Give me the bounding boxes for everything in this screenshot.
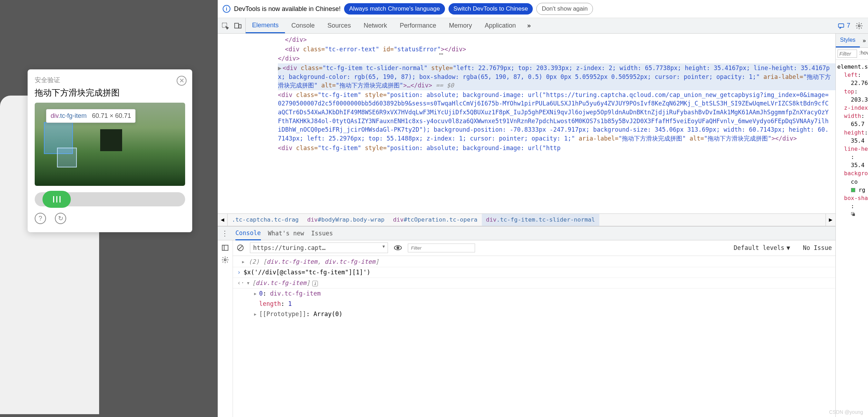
drawer-tab-console[interactable]: Console bbox=[235, 229, 261, 240]
slider-handle[interactable] bbox=[42, 191, 71, 208]
tabs-overflow[interactable]: » bbox=[522, 22, 536, 29]
svg-rect-5 bbox=[222, 245, 228, 250]
devtools-panel: i DevTools is now available in Chinese! … bbox=[218, 0, 868, 417]
always-match-button[interactable]: Always match Chrome's language bbox=[344, 3, 445, 15]
log-levels-selector[interactable]: Default levels ▼ bbox=[734, 244, 790, 251]
tab-console[interactable]: Console bbox=[285, 18, 321, 33]
svg-line-9 bbox=[239, 246, 242, 250]
slider-track[interactable] bbox=[35, 192, 185, 206]
element-inspect-tooltip: div.tc-fg-item 60.71 × 60.71 bbox=[46, 109, 136, 123]
svg-rect-13 bbox=[852, 213, 855, 216]
selected-line-actions[interactable]: ⋯ bbox=[439, 50, 443, 58]
drawer-tabs: ⋮ Console What's new Issues bbox=[218, 226, 835, 240]
refresh-icon: ↻ bbox=[58, 215, 63, 222]
selected-dom-node: ▶<div class="tc-fg-item tc-slider-normal… bbox=[278, 63, 835, 90]
tab-application[interactable]: Application bbox=[478, 18, 522, 33]
svg-point-7 bbox=[224, 259, 226, 261]
captcha-modal: 安全验证 拖动下方滑块完成拼图 ✕ ? ↻ bbox=[28, 69, 192, 232]
svg-point-4 bbox=[858, 25, 860, 27]
breadcrumb-item[interactable]: .tc-captcha.tc-drag bbox=[228, 214, 303, 226]
console-output[interactable]: ▸(2) [div.tc-fg-item, div.tc-fg-item] ›$… bbox=[233, 256, 835, 320]
device-toggle-icon[interactable] bbox=[234, 22, 242, 30]
dom-tree[interactable]: </div> <div class="tc-error-text" id="st… bbox=[218, 34, 835, 213]
context-selector[interactable]: https://turing.capt… bbox=[250, 242, 388, 253]
close-icon: ✕ bbox=[179, 77, 184, 85]
dom-breadcrumb: ◀ .tc-captcha.tc-drag div#bodyWrap.body-… bbox=[218, 213, 835, 226]
console-toolbar: https://turing.capt… Default levels ▼ No… bbox=[233, 240, 835, 256]
messages-badge[interactable]: 7 bbox=[838, 22, 850, 29]
tab-network[interactable]: Network bbox=[357, 18, 393, 33]
messages-count: 7 bbox=[847, 22, 850, 29]
clear-console-icon[interactable] bbox=[236, 244, 244, 252]
refresh-button[interactable]: ↻ bbox=[55, 213, 66, 224]
live-expression-icon[interactable] bbox=[394, 244, 402, 252]
style-rules[interactable]: element.style { left: 22.76 top: 203.3 z… bbox=[836, 60, 868, 222]
captcha-instruction: 拖动下方滑块完成拼图 bbox=[35, 87, 185, 98]
tab-performance[interactable]: Performance bbox=[393, 18, 442, 33]
color-swatch[interactable] bbox=[851, 188, 855, 192]
console-filter-input[interactable] bbox=[408, 244, 475, 252]
settings-icon[interactable] bbox=[855, 22, 863, 30]
sidebar-toggle-icon[interactable] bbox=[221, 244, 229, 252]
styles-filter-input[interactable] bbox=[838, 50, 857, 58]
svg-rect-2 bbox=[239, 24, 241, 28]
styles-tab[interactable]: Styles bbox=[836, 34, 860, 47]
console-input-line: ›$x('//div[@class="tc-fg-item"][1]') bbox=[233, 267, 835, 278]
breadcrumb-item[interactable]: div#bodyWrap.body-wrap bbox=[303, 214, 389, 226]
language-notice-bar: i DevTools is now available in Chinese! … bbox=[218, 0, 868, 18]
captcha-toolbar: ? ↻ bbox=[35, 213, 185, 224]
svg-rect-1 bbox=[235, 23, 239, 28]
info-icon: i bbox=[223, 5, 230, 13]
drawer-menu-icon[interactable]: ⋮ bbox=[221, 229, 228, 238]
tooltip-tag: div bbox=[51, 112, 58, 119]
puzzle-piece-highlight bbox=[44, 122, 73, 154]
info-chip-icon[interactable]: i bbox=[312, 281, 318, 286]
styles-overflow-icon[interactable]: » bbox=[863, 38, 868, 44]
puzzle-piece[interactable] bbox=[57, 148, 77, 167]
notice-text: DevTools is now available in Chinese! bbox=[234, 5, 341, 13]
switch-language-button[interactable]: Switch DevTools to Chinese bbox=[449, 3, 533, 15]
tooltip-class: .tc-fg-item bbox=[58, 112, 87, 119]
devtools-main-tabs: Elements Console Sources Network Perform… bbox=[218, 18, 868, 34]
dismiss-notice-button[interactable]: Don't show again bbox=[536, 3, 593, 15]
svg-rect-3 bbox=[838, 24, 844, 27]
watermark: CSDN @young bbox=[829, 409, 863, 415]
captcha-title: 安全验证 bbox=[35, 76, 185, 84]
help-button[interactable]: ? bbox=[35, 213, 46, 224]
tooltip-dimensions: 60.71 × 60.71 bbox=[92, 112, 131, 119]
puzzle-target-slot bbox=[100, 129, 122, 151]
elements-panel: ⋯ </div> <div class="tc-error-text" id="… bbox=[218, 34, 835, 417]
tab-sources[interactable]: Sources bbox=[321, 18, 357, 33]
message-icon bbox=[838, 22, 845, 29]
breadcrumb-item[interactable]: div#tcOperation.tc-opera bbox=[389, 214, 481, 226]
console-settings-icon[interactable] bbox=[221, 256, 229, 264]
question-icon: ? bbox=[39, 215, 42, 222]
tab-memory[interactable]: Memory bbox=[442, 18, 478, 33]
drawer-tab-whatsnew[interactable]: What's new bbox=[268, 230, 304, 237]
breadcrumb-scroll-right[interactable]: ▶ bbox=[826, 214, 835, 226]
box-shadow-icon[interactable] bbox=[851, 212, 855, 216]
inspect-element-icon[interactable] bbox=[221, 22, 229, 30]
close-button[interactable]: ✕ bbox=[177, 76, 187, 86]
issues-summary[interactable]: No Issue bbox=[803, 244, 832, 251]
styles-panel: Styles» :hov element.style { left: 22.76… bbox=[835, 34, 868, 417]
drawer-tab-issues[interactable]: Issues bbox=[311, 230, 333, 237]
svg-point-11 bbox=[397, 247, 399, 249]
tab-elements[interactable]: Elements bbox=[246, 18, 285, 33]
breadcrumb-item-selected[interactable]: div.tc-fg-item.tc-slider-normal bbox=[482, 214, 599, 226]
breadcrumb-scroll-left[interactable]: ◀ bbox=[218, 214, 228, 226]
hov-toggle[interactable]: :hov bbox=[859, 50, 868, 58]
